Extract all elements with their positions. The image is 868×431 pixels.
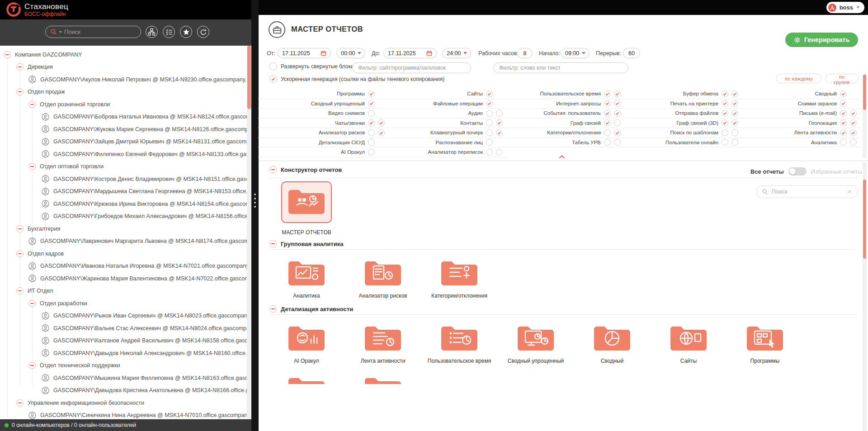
report-tile-analytics[interactable]: Аналитика (269, 256, 344, 299)
favorites-star-button[interactable] (180, 26, 192, 38)
report-tile-master[interactable]: МАСТЕР ОТЧЕТОВ (269, 184, 344, 236)
tree-item-department[interactable]: Компания GAZCOMPANY (4, 48, 82, 61)
sidebar-toolbar: Поиск (0, 19, 251, 46)
org-structure-button[interactable] (146, 26, 158, 38)
partial-report-tile[interactable] (285, 372, 328, 384)
collapse-minus-icon[interactable] (16, 225, 24, 232)
collapse-minus-icon[interactable] (28, 362, 36, 369)
tree-item-employee[interactable]: GASCOMPANY\Давыдова Кристина Анатольевна… (42, 384, 247, 397)
tree-item-label: Дирекция (28, 64, 53, 70)
tree-item-employee[interactable]: GASCOMPANY\Боброва Наталья Ивановна @ MS… (42, 111, 247, 123)
tree-item-department[interactable]: Бухгалтерия (16, 223, 60, 235)
search-mode-caret-icon[interactable] (59, 31, 62, 33)
tree-item-label: Отдел розничной торговли (40, 101, 110, 108)
collapse-minus-icon[interactable] (16, 250, 24, 257)
collapse-minus-icon[interactable] (16, 88, 24, 95)
categories-folder-icon (421, 256, 497, 288)
employee-avatar-icon (42, 200, 49, 208)
report-tile-sites[interactable]: Сайты (651, 321, 726, 364)
tree-item-employee[interactable]: GASCOMPANY\Акулов Николай Петрович @ MSK… (28, 73, 247, 85)
section-header[interactable]: Детализация активности (269, 305, 353, 313)
collapse-minus-icon[interactable] (28, 300, 36, 307)
report-tile-summary[interactable]: Сводный (574, 321, 650, 364)
collapse-minus-icon[interactable] (269, 240, 277, 247)
tree-item-department[interactable]: Дирекция (16, 61, 53, 73)
collapse-minus-icon[interactable] (16, 399, 24, 407)
refresh-button[interactable] (197, 26, 209, 38)
report-tile-label: Программы (727, 358, 803, 364)
search-icon (50, 28, 57, 35)
ai-folder-icon (269, 321, 344, 353)
tree-item-employee[interactable]: GASCOMPANY\Мардышева Светлана Георгиевна… (42, 185, 247, 198)
tree-item-employee[interactable]: GASCOMPANY\Костров Денис Владимирович @ … (42, 173, 247, 185)
tree-item-department[interactable]: Отдел продаж (16, 86, 65, 98)
employee-avatar-icon (42, 374, 49, 382)
tree-item-employee[interactable]: GASCOMPANY\Грибоедов Михаил Александрови… (42, 210, 247, 223)
tree-item-employee[interactable]: GASCOMPANY\Жукова Мария Сергеевна @ MSK1… (42, 123, 247, 135)
user-menu[interactable]: boss (826, 2, 864, 13)
tree-item-label: Бухгалтерия (28, 226, 60, 232)
report-tile-programs[interactable]: Программы (727, 321, 803, 364)
report-tile-label: Сводный упрощенный (498, 358, 574, 364)
collapse-minus-icon[interactable] (16, 63, 24, 71)
report-tile-ai[interactable]: AI Оракул (269, 321, 344, 364)
user-avatar-icon (828, 4, 836, 12)
report-tile-feed[interactable]: Лента активности (345, 321, 421, 364)
tree-item-employee[interactable]: GASCOMPANY\Лавринович Маргарита Львовна … (28, 235, 247, 247)
company-tree: Компания GAZCOMPANYДирекцияGASCOMPANY\Ак… (0, 46, 247, 419)
report-tile-summary_simple[interactable]: Сводный упрощенный (498, 321, 574, 364)
checklist-button[interactable] (163, 26, 175, 38)
tree-item-department[interactable]: Отдел технической поддержки (28, 360, 120, 372)
section-divider (269, 314, 857, 315)
tree-item-employee[interactable]: GASCOMPANY\Зайцев Дмитрий Юрьевич @ MSK1… (42, 136, 247, 148)
tree-item-department[interactable]: Отдел разработки (28, 297, 87, 309)
section-divider (269, 178, 857, 178)
tree-item-department[interactable]: Управление информационной безопасности (16, 397, 144, 409)
tree-item-employee[interactable]: GASCOMPANY\Филипенко Евгений Федорович @… (42, 148, 247, 160)
tree-item-department[interactable]: Отдел розничной торговли (28, 98, 110, 110)
employee-avatar-icon (42, 125, 49, 133)
tree-item-employee[interactable]: GASCOMPANY\Вальев Стас Алексеевич @ MSK1… (42, 322, 247, 334)
tree-item-employee[interactable]: GASCOMPANY\Давыдов Николай Александрович… (42, 347, 247, 359)
app-logo-icon (6, 2, 21, 17)
tree-item-department[interactable]: Отдел кадров (16, 247, 64, 260)
report-tile-usertime[interactable]: Пользовательское время (421, 321, 497, 364)
analytics-folder-icon (269, 256, 344, 288)
search-placeholder: Поиск (64, 28, 80, 35)
employee-avatar-icon (42, 150, 49, 158)
section-header[interactable]: Групповая аналитика (269, 240, 343, 247)
collapse-minus-icon[interactable] (16, 287, 24, 294)
tree-scrollbar[interactable] (247, 46, 251, 419)
report-tile-label: МАСТЕР ОТЧЕТОВ (269, 229, 344, 236)
tree-item-label: GASCOMPANY\Зайцев Дмитрий Юрьевич @ MSK1… (53, 138, 247, 145)
collapse-minus-icon[interactable] (269, 166, 277, 173)
panel-scrollbar[interactable] (863, 162, 867, 431)
chevron-down-icon (856, 6, 860, 9)
collapse-minus-icon[interactable] (28, 163, 36, 170)
panel-splitter[interactable] (251, 0, 259, 431)
report-tile-risk[interactable]: Анализатор рисков (345, 256, 421, 299)
collapse-minus-icon[interactable] (28, 101, 36, 108)
tree-item-department[interactable]: ИТ Отдел (16, 285, 53, 297)
section-divider (269, 249, 857, 250)
sidebar: Стахановец БОСС-оффлайн Поиск Компания G… (0, 0, 259, 431)
panel-scrollbar-thumb[interactable] (863, 180, 866, 259)
tree-guide-line (7, 60, 8, 417)
tree-item-employee[interactable]: GASCOMPANY\Крюкова Ирина Викторовна @ MS… (42, 198, 247, 210)
tree-item-employee[interactable]: GASCOMPANY\Иванова Наталья Игоревна @ MS… (28, 260, 247, 272)
search-input[interactable]: Поиск (45, 26, 141, 38)
collapse-minus-icon[interactable] (269, 305, 277, 313)
partial-report-tile[interactable] (361, 372, 405, 384)
collapse-minus-icon[interactable] (4, 51, 11, 58)
tree-item-department[interactable]: Отдел оптовой торговли (28, 161, 104, 173)
section-header[interactable]: Конструктор отчетов (269, 166, 342, 173)
tree-item-label: GASCOMPANY\Лавринович Маргарита Львовна … (40, 238, 247, 244)
tree-item-employee[interactable]: GASCOMPANY\Синичкина Нина Андреевна @ MS… (28, 409, 247, 420)
tree-item-employee[interactable]: GASCOMPANY\Рыков Иван Сергеевич @ MSK14-… (42, 310, 247, 322)
tree-item-employee[interactable]: GASCOMPANY\Мышкина Мария Филлиповна @ MS… (42, 372, 247, 384)
report-tile-categories[interactable]: Категории/отклонения (421, 256, 497, 299)
tree-item-employee[interactable]: GASCOMPANY\Калганов Андрей Васильевич @ … (42, 335, 247, 347)
report-tile-label: AI Оракул (269, 358, 344, 364)
tree-item-employee[interactable]: GASCOMPANY\Жаринова Мария Валентиновна @… (28, 272, 247, 284)
tree-scrollbar-thumb[interactable] (247, 46, 251, 109)
